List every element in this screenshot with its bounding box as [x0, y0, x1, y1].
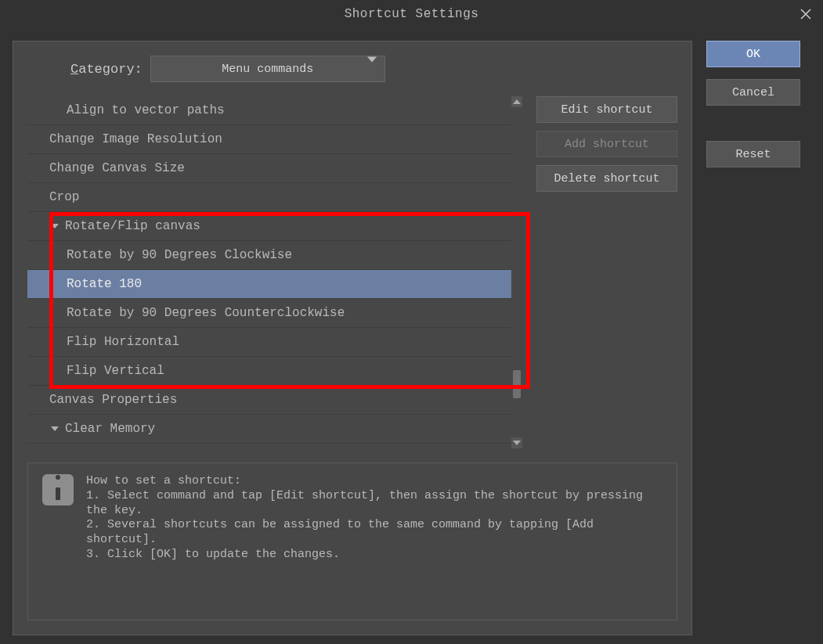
- tree-item-label: Rotate/Flip canvas: [65, 219, 200, 233]
- tree-item-label: Align to vector paths: [67, 103, 225, 117]
- command-tree: Align to vector pathsChange Image Resolu…: [27, 96, 522, 448]
- tree-item[interactable]: Flip Horizontal: [27, 328, 511, 357]
- info-panel: How to set a shortcut: 1. Select command…: [27, 462, 677, 621]
- content-row: Align to vector pathsChange Image Resolu…: [27, 96, 677, 448]
- scrollbar[interactable]: [511, 96, 522, 448]
- chevron-down-icon: [367, 63, 377, 76]
- tree-item-label: Rotate by 90 Degrees Clockwise: [67, 248, 292, 262]
- scroll-thumb[interactable]: [513, 370, 521, 398]
- scroll-up-button[interactable]: [511, 96, 522, 107]
- command-tree-viewport: Align to vector pathsChange Image Resolu…: [27, 96, 511, 448]
- triangle-up-icon: [513, 99, 521, 104]
- tree-item[interactable]: Rotate 180: [27, 270, 511, 299]
- triangle-down-icon: [513, 441, 521, 445]
- chevron-down-icon: [49, 426, 60, 431]
- dialog-title: Shortcut Settings: [345, 7, 479, 21]
- titlebar: Shortcut Settings: [0, 0, 823, 28]
- ok-button[interactable]: OK: [706, 41, 800, 67]
- close-button[interactable]: [795, 3, 817, 25]
- scroll-down-button[interactable]: [511, 437, 522, 448]
- tree-item[interactable]: Crop: [27, 183, 511, 212]
- close-icon: [800, 9, 811, 20]
- tree-item[interactable]: Canvas Properties: [27, 386, 511, 415]
- tree-item-label: Canvas Properties: [49, 393, 177, 407]
- category-select[interactable]: Menu commands: [150, 56, 385, 82]
- tree-item-label: Rotate by 90 Degrees Counterclockwise: [67, 306, 345, 320]
- tree-item[interactable]: Clear Memory: [27, 415, 511, 444]
- category-label: Category:: [70, 62, 143, 77]
- tree-item[interactable]: Flip Vertical: [27, 357, 511, 386]
- cancel-button[interactable]: Cancel: [706, 79, 800, 106]
- info-icon: [42, 474, 74, 505]
- category-select-value: Menu commands: [222, 63, 313, 76]
- chevron-down-icon: [49, 224, 60, 228]
- edit-shortcut-button[interactable]: Edit shortcut: [536, 96, 677, 123]
- reset-button[interactable]: Reset: [706, 141, 800, 167]
- tree-item[interactable]: Align to vector paths: [27, 96, 511, 125]
- dialog-body: Category: Menu commands Align to vector …: [0, 28, 823, 644]
- tree-item-label: Flip Vertical: [67, 364, 164, 378]
- main-panel: Category: Menu commands Align to vector …: [13, 41, 692, 635]
- tree-item-label: Change Canvas Size: [49, 161, 185, 175]
- tree-item-label: Crop: [49, 190, 79, 204]
- tree-item[interactable]: Rotate/Flip canvas: [27, 212, 511, 241]
- tree-item[interactable]: Change Image Resolution: [27, 125, 511, 154]
- tree-item-label: Rotate 180: [67, 277, 142, 291]
- tree-item-label: Clear Memory: [65, 422, 155, 436]
- tree-item-label: Change Image Resolution: [49, 132, 222, 146]
- add-shortcut-button: Add shortcut: [536, 131, 677, 157]
- delete-shortcut-button[interactable]: Delete shortcut: [536, 165, 677, 192]
- tree-item[interactable]: Rotate by 90 Degrees Clockwise: [27, 241, 511, 270]
- info-text: How to set a shortcut: 1. Select command…: [86, 474, 662, 609]
- tree-item-label: Flip Horizontal: [67, 335, 179, 349]
- dialog-buttons: OK Cancel Reset: [706, 41, 800, 631]
- tree-item[interactable]: Change Canvas Size: [27, 154, 511, 183]
- category-row: Category: Menu commands: [27, 56, 677, 82]
- shortcut-action-buttons: Edit shortcut Add shortcut Delete shortc…: [536, 96, 677, 448]
- tree-item[interactable]: Rotate by 90 Degrees Counterclockwise: [27, 299, 511, 328]
